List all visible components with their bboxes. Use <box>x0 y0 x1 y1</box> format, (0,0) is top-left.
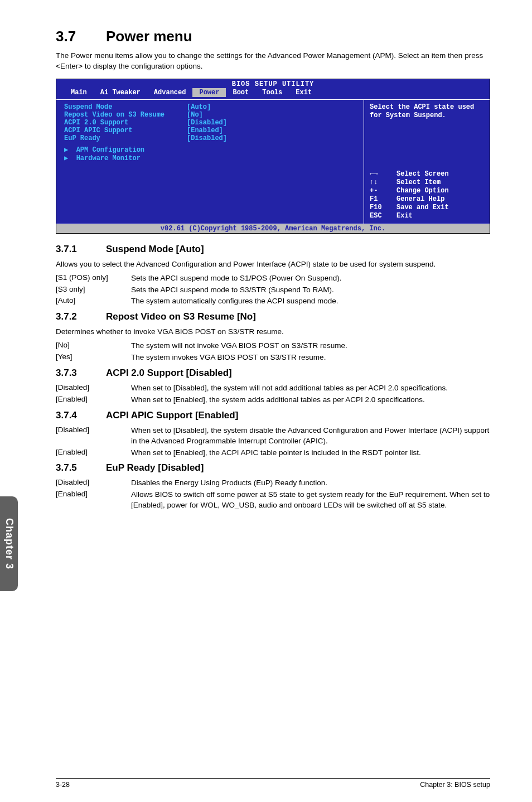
definition-row: [Enabled]Allows BIOS to switch off some … <box>56 490 490 511</box>
bios-setting-value: [Disabled] <box>187 134 227 142</box>
bios-setting-label: EuP Ready <box>64 134 187 142</box>
subsection-heading: 3.7.1Suspend Mode [Auto] <box>56 244 490 255</box>
bios-key-row: +-Change Option <box>370 187 484 195</box>
footer-divider <box>56 778 490 779</box>
bios-key: F10 <box>370 204 396 212</box>
bios-tabs: Main Ai Tweaker Advanced Power Boot Tool… <box>56 88 490 99</box>
definition-key: [S3 only] <box>56 285 131 296</box>
definition-key: [Auto] <box>56 296 131 307</box>
section-heading: 3.7Power menu <box>56 28 490 45</box>
bios-key-row: ↑↓Select Item <box>370 178 484 187</box>
definition-key: [Disabled] <box>56 478 131 489</box>
definition-row: [S3 only]Sets the APCI suspend mode to S… <box>56 285 490 296</box>
definition-value: The system invokes VGA BIOS POST on S3/S… <box>131 352 490 363</box>
definition-value: Disables the Energy Using Products (EuP)… <box>131 478 490 489</box>
definition-value: Sets the APCI suspend mode to S1/POS (Po… <box>131 273 490 284</box>
bios-setting-row: ACPI 2.0 Support[Disabled] <box>64 119 356 127</box>
bios-key-action: Exit <box>396 212 413 220</box>
definition-list: [Disabled]When set to [Disabled], the sy… <box>56 426 490 458</box>
subsection-heading: 3.7.2Repost Video on S3 Resume [No] <box>56 311 490 322</box>
definition-key: [No] <box>56 341 131 351</box>
definition-key: [Disabled] <box>56 426 131 447</box>
bios-key-row: F10Save and Exit <box>370 204 484 212</box>
bios-setting-row: EuP Ready[Disabled] <box>64 134 356 142</box>
subsection-title: Repost Video on S3 Resume [No] <box>106 311 256 322</box>
chapter-side-tab: Chapter 3 <box>0 496 18 591</box>
bios-setting-row: Suspend Mode[Auto] <box>64 103 356 111</box>
bios-tab: Ai Tweaker <box>94 88 147 97</box>
bios-submenu-label: APM Configuration <box>76 146 144 154</box>
bios-tab: Boot <box>226 88 255 97</box>
definition-list: [Disabled]When set to [Disabled], the sy… <box>56 383 490 405</box>
subsection-number: 3.7.3 <box>56 368 106 379</box>
bios-body: Suspend Mode[Auto] Repost Video on S3 Re… <box>56 99 490 224</box>
subsection-desc: Allows you to select the Advanced Config… <box>56 259 490 270</box>
bios-key: F1 <box>370 195 396 204</box>
definition-key: [S1 (POS) only] <box>56 273 131 284</box>
definition-value: When set to [Enabled], the system adds a… <box>131 395 490 405</box>
definition-list: [No]The system will not invoke VGA BIOS … <box>56 341 490 363</box>
bios-key-action: Change Option <box>396 187 449 195</box>
bios-setting-value: [No] <box>187 111 203 119</box>
subsection-title: EuP Ready [Disabled] <box>106 462 204 473</box>
subsection-number: 3.7.1 <box>56 244 106 255</box>
bios-setting-value: [Enabled] <box>187 127 223 134</box>
footer-chapter-title: Chapter 3: BIOS setup <box>420 781 490 789</box>
definition-list: [S1 (POS) only]Sets the APCI suspend mod… <box>56 273 490 307</box>
subsection-number: 3.7.4 <box>56 410 106 421</box>
definition-value: When set to [Disabled], the system disab… <box>131 426 490 447</box>
bios-setting-value: [Auto] <box>187 103 211 111</box>
definition-row: [Yes]The system invokes VGA BIOS POST on… <box>56 352 490 363</box>
subsection-heading: 3.7.5EuP Ready [Disabled] <box>56 462 490 474</box>
definition-key: [Disabled] <box>56 383 131 394</box>
bios-key-action: Select Screen <box>396 170 449 178</box>
intro-paragraph: The Power menu items allow you to change… <box>56 51 490 72</box>
definition-list: [Disabled]Disables the Energy Using Prod… <box>56 478 490 511</box>
definition-row: [S1 (POS) only]Sets the APCI suspend mod… <box>56 273 490 284</box>
bios-setting-row: Repost Video on S3 Resume[No] <box>64 111 356 119</box>
definition-key: [Yes] <box>56 352 131 363</box>
bios-setting-value: [Disabled] <box>187 119 227 127</box>
subsection-number: 3.7.5 <box>56 462 106 474</box>
bios-key-row: ←→Select Screen <box>370 170 484 178</box>
section-title-text: Power menu <box>106 28 192 45</box>
definition-key: [Enabled] <box>56 490 131 511</box>
bios-setting-label: Repost Video on S3 Resume <box>64 111 187 119</box>
subsection-title: ACPI 2.0 Support [Disabled] <box>106 368 232 378</box>
subsection-desc: Determines whether to invoke VGA BIOS PO… <box>56 327 490 337</box>
bios-right-pane: Select the ACPI state used for System Su… <box>364 100 490 224</box>
subsection-title: Suspend Mode [Auto] <box>106 244 204 254</box>
definition-value: Sets the APCI suspend mode to S3/STR (Su… <box>131 285 490 296</box>
bios-header: BIOS SETUP UTILITY <box>56 79 490 88</box>
definition-row: [Disabled]Disables the Energy Using Prod… <box>56 478 490 489</box>
bios-left-pane: Suspend Mode[Auto] Repost Video on S3 Re… <box>56 100 364 224</box>
footer-page-number: 3-28 <box>56 781 70 789</box>
definition-value: Allows BIOS to switch off some power at … <box>131 490 490 511</box>
subsection-title: ACPI APIC Support [Enabled] <box>106 410 238 421</box>
subsection-heading: 3.7.3ACPI 2.0 Support [Disabled] <box>56 368 490 379</box>
bios-key-action: Save and Exit <box>396 204 449 212</box>
bios-key: +- <box>370 187 396 195</box>
bios-submenu: ▶ Hardware Monitor <box>64 154 356 162</box>
definition-row: [No]The system will not invoke VGA BIOS … <box>56 341 490 351</box>
definition-key: [Enabled] <box>56 448 131 458</box>
bios-key-row: ESCExit <box>370 212 484 220</box>
bios-header-title: BIOS SETUP UTILITY <box>232 80 315 88</box>
bios-setting-label: ACPI 2.0 Support <box>64 119 187 127</box>
definition-row: [Enabled]When set to [Enabled], the ACPI… <box>56 448 490 458</box>
definition-value: When set to [Disabled], the system will … <box>131 383 490 394</box>
chapter-side-tab-label: Chapter 3 <box>3 518 15 569</box>
bios-setting-row: ACPI APIC Support[Enabled] <box>64 127 356 134</box>
page-footer: 3-28 Chapter 3: BIOS setup <box>0 778 532 789</box>
bios-help-text: Select the ACPI state used for System Su… <box>370 103 484 170</box>
bios-key-action: Select Item <box>396 178 441 187</box>
bios-keys: ←→Select Screen ↑↓Select Item +-Change O… <box>370 170 484 220</box>
definition-row: [Disabled]When set to [Disabled], the sy… <box>56 426 490 447</box>
bios-submenu-label: Hardware Monitor <box>76 154 141 162</box>
bios-tab-active: Power <box>192 88 226 97</box>
bios-setting-label: Suspend Mode <box>64 103 187 111</box>
bios-submenu: ▶ APM Configuration <box>64 146 356 154</box>
definition-value: When set to [Enabled], the ACPI APIC tab… <box>131 448 490 458</box>
bios-key: ↑↓ <box>370 178 396 187</box>
bios-key-row: F1General Help <box>370 195 484 204</box>
